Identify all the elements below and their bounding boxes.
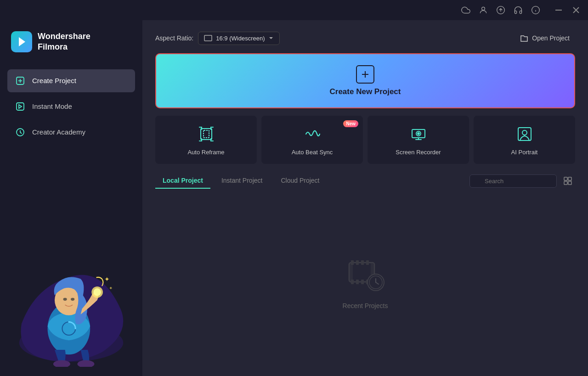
upload-icon[interactable] <box>496 6 505 15</box>
banner-inner: Create New Project <box>330 65 401 96</box>
aspect-ratio-value: 16:9 (Widescreen) <box>216 35 265 42</box>
svg-rect-44 <box>356 260 359 265</box>
aspect-ratio-dropdown[interactable]: 16:9 (Widescreen) <box>198 32 280 45</box>
sidebar-item-create-project-label: Create Project <box>32 77 76 84</box>
empty-state: Recent Projects <box>155 198 575 365</box>
svg-rect-41 <box>349 263 353 282</box>
feature-card-ai-portrait[interactable]: AI Portrait <box>474 116 575 164</box>
create-new-project-banner[interactable]: Create New Project <box>155 53 575 108</box>
open-project-button[interactable]: Open Project <box>514 31 575 45</box>
grid-view-button[interactable] <box>560 174 575 188</box>
svg-rect-43 <box>351 260 354 265</box>
svg-text:✦: ✦ <box>109 286 113 291</box>
creator-academy-icon <box>15 127 26 138</box>
logo-icon <box>11 31 32 52</box>
svg-marker-6 <box>19 37 25 46</box>
minimize-button[interactable] <box>554 6 563 15</box>
svg-point-18 <box>93 288 101 296</box>
content-area: Aspect Ratio: 16:9 (Widescreen) Open Pro… <box>142 20 588 376</box>
headphone-icon[interactable] <box>514 6 523 15</box>
aspect-ratio-area: Aspect Ratio: 16:9 (Widescreen) <box>155 32 280 45</box>
svg-rect-28 <box>204 130 209 138</box>
svg-point-15 <box>63 298 67 301</box>
feature-cards: Auto Reframe New Auto Beat Sync <box>155 116 575 164</box>
svg-rect-39 <box>568 181 571 185</box>
feature-card-auto-beat-sync[interactable]: New Auto Beat Sync <box>261 116 363 164</box>
svg-rect-49 <box>361 280 364 284</box>
tab-search-area <box>469 174 575 188</box>
svg-rect-47 <box>351 280 354 284</box>
user-icon[interactable] <box>479 6 488 15</box>
svg-rect-46 <box>366 260 369 265</box>
svg-point-16 <box>71 298 74 301</box>
tab-instant-project[interactable]: Instant Project <box>214 173 270 189</box>
sidebar-item-creator-academy-label: Creator Academy <box>32 128 85 136</box>
logo-area: Wondershare Filmora <box>7 29 135 55</box>
sidebar-item-instant-mode-label: Instant Mode <box>32 102 72 110</box>
aspect-ratio-label: Aspect Ratio: <box>155 34 193 42</box>
close-button[interactable] <box>571 6 581 15</box>
screen-recorder-label: Screen Recorder <box>396 149 441 156</box>
sidebar: Wondershare Filmora Create Project Insta… <box>0 20 142 376</box>
new-badge: New <box>343 120 358 127</box>
svg-rect-5 <box>555 10 562 11</box>
sidebar-item-creator-academy[interactable]: Creator Academy <box>7 121 135 144</box>
empty-state-icon <box>345 253 386 295</box>
logo-text: Wondershare Filmora <box>38 31 90 53</box>
sidebar-item-create-project[interactable]: Create Project <box>7 69 135 92</box>
svg-rect-36 <box>564 177 567 180</box>
auto-reframe-label: Auto Reframe <box>187 149 224 156</box>
auto-reframe-icon <box>196 124 216 144</box>
create-project-icon <box>15 75 26 86</box>
svg-rect-37 <box>568 177 571 180</box>
project-tabs: Local Project Instant Project Cloud Proj… <box>155 173 575 189</box>
ai-portrait-label: AI Portrait <box>511 149 538 156</box>
banner-label: Create New Project <box>330 87 401 96</box>
tab-local-project[interactable]: Local Project <box>155 173 210 189</box>
tab-cloud-project[interactable]: Cloud Project <box>273 173 327 189</box>
svg-point-0 <box>482 7 485 10</box>
sidebar-item-instant-mode[interactable]: Instant Mode <box>7 95 135 118</box>
feature-card-screen-recorder[interactable]: Screen Recorder <box>368 116 469 164</box>
svg-rect-32 <box>518 128 531 140</box>
empty-state-text: Recent Projects <box>343 302 388 309</box>
svg-point-33 <box>522 130 527 135</box>
titlebar <box>0 0 588 20</box>
info-icon[interactable] <box>531 6 540 15</box>
svg-rect-24 <box>204 35 212 41</box>
svg-point-31 <box>418 133 419 135</box>
auto-beat-sync-icon <box>302 124 322 144</box>
ai-portrait-icon <box>514 124 535 144</box>
banner-plus-icon <box>356 65 374 84</box>
svg-rect-38 <box>564 181 567 185</box>
toolbar: Aspect Ratio: 16:9 (Widescreen) Open Pro… <box>155 31 575 45</box>
feature-card-auto-reframe[interactable]: Auto Reframe <box>155 116 257 164</box>
search-wrapper <box>469 174 557 188</box>
open-project-label: Open Project <box>532 34 570 42</box>
instant-mode-icon <box>15 101 26 112</box>
svg-rect-10 <box>17 103 24 110</box>
search-input[interactable] <box>469 174 557 188</box>
svg-text:✦: ✦ <box>104 275 110 283</box>
screen-recorder-icon <box>408 124 429 144</box>
sidebar-illustration: ✦ ✦ <box>7 238 135 367</box>
cloud-icon[interactable] <box>461 6 470 15</box>
svg-rect-45 <box>361 260 364 265</box>
auto-beat-sync-label: Auto Beat Sync <box>292 149 333 156</box>
svg-rect-48 <box>356 280 359 284</box>
